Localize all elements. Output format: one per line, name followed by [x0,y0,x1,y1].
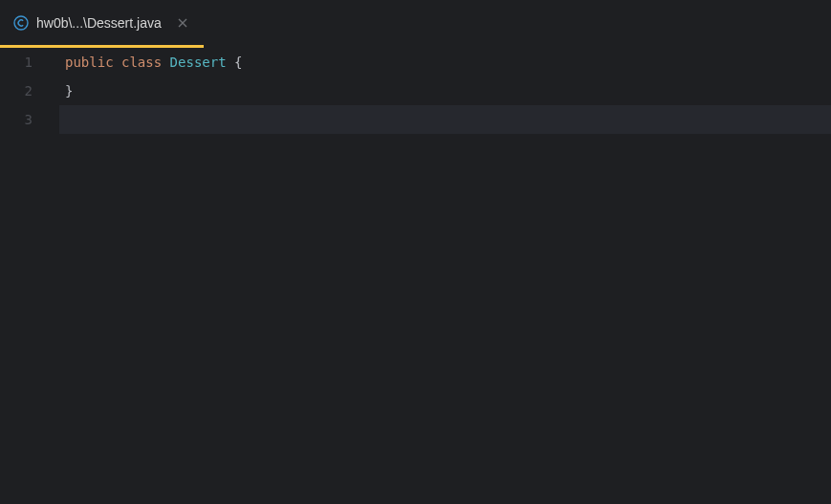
editor-tab[interactable]: hw0b\...\Dessert.java [0,0,204,48]
tab-bar: hw0b\...\Dessert.java [0,0,831,48]
code-line[interactable]: } [59,77,831,105]
code-line[interactable]: public class Dessert { [59,48,831,77]
line-number: 2 [0,77,33,105]
line-number: 1 [0,48,33,77]
close-icon[interactable] [175,15,190,31]
svg-point-0 [14,16,28,30]
code-line[interactable] [59,105,831,134]
line-number: 3 [0,105,33,134]
code-editor[interactable]: 123 public class Dessert {} [0,48,831,504]
class-file-icon [13,15,29,31]
line-number-gutter: 123 [0,48,59,504]
code-content[interactable]: public class Dessert {} [59,48,831,504]
tab-label: hw0b\...\Dessert.java [36,15,162,31]
